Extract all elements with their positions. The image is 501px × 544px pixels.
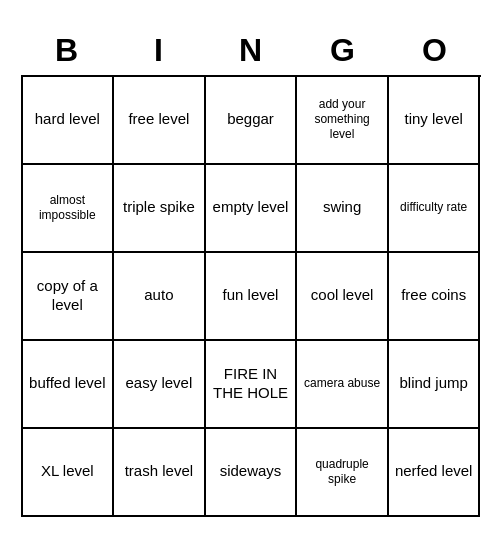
bingo-cell: trash level: [114, 429, 206, 517]
bingo-cell: quadruple spike: [297, 429, 389, 517]
bingo-cell: free level: [114, 77, 206, 165]
bingo-cell: auto: [114, 253, 206, 341]
bingo-cell: FIRE IN THE HOLE: [206, 341, 298, 429]
bingo-cell: easy level: [114, 341, 206, 429]
header-letter: B: [21, 28, 113, 73]
bingo-cell: add your something level: [297, 77, 389, 165]
bingo-cell: cool level: [297, 253, 389, 341]
header-letter: N: [205, 28, 297, 73]
bingo-cell: triple spike: [114, 165, 206, 253]
bingo-cell: hard level: [23, 77, 115, 165]
bingo-cell: almost impossible: [23, 165, 115, 253]
bingo-cell: swing: [297, 165, 389, 253]
bingo-cell: difficulty rate: [389, 165, 481, 253]
bingo-cell: empty level: [206, 165, 298, 253]
bingo-cell: blind jump: [389, 341, 481, 429]
bingo-cell: beggar: [206, 77, 298, 165]
bingo-cell: copy of a level: [23, 253, 115, 341]
bingo-header: BINGO: [21, 28, 481, 73]
bingo-cell: tiny level: [389, 77, 481, 165]
bingo-cell: free coins: [389, 253, 481, 341]
bingo-cell: buffed level: [23, 341, 115, 429]
bingo-cell: sideways: [206, 429, 298, 517]
bingo-cell: nerfed level: [389, 429, 481, 517]
header-letter: I: [113, 28, 205, 73]
bingo-cell: XL level: [23, 429, 115, 517]
bingo-card: BINGO hard levelfree levelbeggaradd your…: [11, 18, 491, 527]
bingo-cell: camera abuse: [297, 341, 389, 429]
bingo-grid: hard levelfree levelbeggaradd your somet…: [21, 75, 481, 517]
header-letter: O: [389, 28, 481, 73]
header-letter: G: [297, 28, 389, 73]
bingo-cell: fun level: [206, 253, 298, 341]
